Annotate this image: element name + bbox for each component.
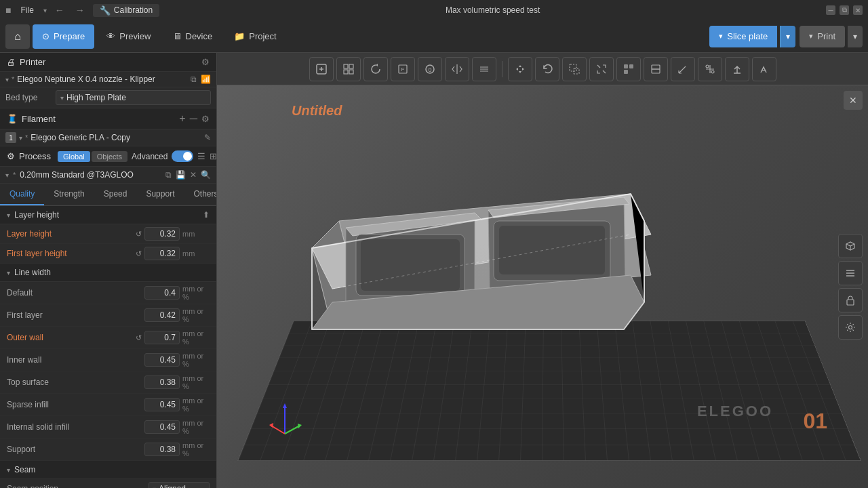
profile-expand-icon[interactable]: ▾ [5, 171, 9, 179]
outer-wall-lw-unit: mm or % [182, 329, 210, 346]
svg-rect-2 [349, 64, 353, 68]
printer-wifi-icon[interactable]: 📶 [201, 75, 211, 84]
print-arrow-button[interactable]: ▾ [848, 26, 863, 47]
bed-type-select[interactable]: ▾ High Temp Plate [56, 90, 211, 105]
tool-flat[interactable] [472, 57, 496, 81]
top-surface-lw-wrap: mm or % [144, 374, 210, 390]
filament-edit-icon[interactable]: ✎ [204, 133, 211, 142]
back-button[interactable]: ← [52, 3, 67, 17]
tab-quality[interactable]: Quality [0, 184, 44, 205]
filament-remove-icon[interactable]: ─ [190, 113, 197, 125]
tool-grid[interactable] [336, 57, 361, 81]
tool-move[interactable] [508, 57, 532, 81]
profile-search-icon[interactable]: 🔍 [201, 170, 211, 180]
maximize-button[interactable]: ⧉ [840, 5, 849, 15]
prepare-tab[interactable]: ⊙ Prepare [33, 24, 94, 49]
tool-arrange[interactable] [616, 57, 641, 81]
support-lw-input[interactable] [144, 443, 180, 456]
minimize-button[interactable]: ─ [826, 5, 835, 15]
slice-arrow-button[interactable]: ▾ [780, 26, 795, 47]
outer-wall-lw-reset-icon[interactable]: ↺ [136, 333, 142, 342]
project-tab[interactable]: 📁 Project [224, 24, 285, 49]
calibration-button[interactable]: 🔧 Calibration [93, 4, 159, 17]
side-tool-layers[interactable] [838, 261, 863, 285]
tool-cut[interactable] [698, 57, 722, 81]
quality-tabs-bar: Quality Strength Speed Support Others [0, 184, 216, 206]
side-tool-lock[interactable] [838, 288, 863, 312]
preview-tab[interactable]: 👁 Preview [97, 24, 160, 49]
layer-height-group-header[interactable]: ▾ Layer height ⬆ [0, 206, 216, 224]
device-tab[interactable]: 🖥 Device [163, 24, 222, 49]
tool-slice-plane[interactable] [644, 57, 668, 81]
side-tool-settings[interactable] [838, 315, 863, 340]
settings-scroll-area[interactable]: ▾ Layer height ⬆ Layer height ↺ mm First… [0, 206, 216, 488]
process-global-tab[interactable]: Global [58, 151, 90, 162]
home-button[interactable]: ⌂ [5, 24, 30, 49]
tool-measure[interactable] [671, 57, 695, 81]
inner-wall-lw-row: Inner wall mm or % [0, 349, 216, 371]
first-layer-height-input[interactable] [144, 247, 180, 260]
layer-height-reset-icon[interactable]: ↺ [136, 230, 142, 239]
printer-expand-icon[interactable]: ▾ [5, 76, 9, 83]
tab-others[interactable]: Others [184, 184, 217, 205]
tool-support[interactable] [725, 57, 749, 81]
process-objects-tab[interactable]: Objects [92, 151, 127, 162]
tab-speed[interactable]: Speed [94, 184, 137, 205]
tab-support[interactable]: Support [136, 184, 184, 205]
side-tool-cube[interactable] [838, 234, 863, 258]
svg-point-16 [706, 65, 709, 68]
printer-link-icon[interactable]: ⧉ [191, 75, 197, 84]
filament-expand-icon[interactable]: ▾ [19, 134, 22, 142]
top-surface-lw-input[interactable] [144, 375, 180, 389]
tool-mirror[interactable] [445, 57, 469, 81]
seam-group-header[interactable]: ▾ Seam [0, 461, 216, 479]
profile-copy-icon[interactable]: ⧉ [165, 170, 172, 180]
tool-select[interactable] [562, 57, 587, 81]
project-label: Project [249, 31, 276, 41]
svg-marker-23 [283, 403, 287, 408]
toolbar-separator-1 [502, 61, 502, 77]
internal-solid-lw-label: Internal solid infill [7, 422, 144, 432]
profile-save-icon[interactable]: 💾 [176, 170, 186, 180]
inner-wall-lw-input[interactable] [144, 353, 180, 367]
filament-name-label: Elegoo Generic PLA - Copy [31, 133, 201, 142]
tool-orient[interactable] [309, 57, 334, 81]
sparse-infill-lw-wrap: mm or % [144, 396, 210, 413]
tab-strength[interactable]: Strength [44, 184, 94, 205]
process-list-icon[interactable]: ☰ [197, 151, 205, 161]
seam-position-select[interactable]: ▾ Aligned [149, 482, 210, 488]
advanced-toggle[interactable] [172, 150, 193, 162]
default-lw-input[interactable] [144, 286, 180, 300]
close-button[interactable]: ✕ [853, 5, 863, 15]
line-width-group-header[interactable]: ▾ Line width [0, 264, 216, 282]
tool-scale[interactable] [589, 57, 614, 81]
profile-clear-icon[interactable]: ✕ [190, 170, 197, 180]
slice-button[interactable]: ▾ Slice plate [709, 26, 777, 47]
print-button[interactable]: ▾ Print [800, 26, 845, 47]
sparse-infill-lw-input[interactable] [144, 398, 180, 411]
tool-sla[interactable] [752, 57, 776, 81]
viewport-close-button[interactable]: ✕ [844, 91, 863, 110]
internal-solid-lw-input[interactable] [144, 420, 180, 434]
process-advanced-area: Advanced [132, 150, 193, 162]
tool-front[interactable]: F [391, 57, 415, 81]
support-lw-unit: mm or % [182, 441, 210, 458]
first-layer-height-reset-icon[interactable]: ↺ [136, 249, 142, 258]
first-layer-lw-input[interactable] [144, 308, 180, 322]
tool-zero[interactable]: 0 [418, 57, 442, 81]
file-menu[interactable]: File [16, 4, 37, 16]
forward-button[interactable]: → [73, 3, 87, 17]
filament-gear-icon[interactable]: ⚙ [201, 114, 210, 124]
process-tabs: Global Objects [58, 151, 127, 162]
process-tune-icon[interactable]: ⊞ [210, 151, 217, 161]
filament-add-icon[interactable]: + [179, 113, 185, 125]
tool-rotate[interactable] [363, 57, 388, 81]
viewport[interactable]: Untitled ELEGOO 01 ✕ [217, 85, 868, 488]
default-lw-unit: mm or % [182, 285, 210, 301]
printer-gear-icon[interactable]: ⚙ [201, 57, 210, 67]
tool-undo[interactable] [535, 57, 559, 81]
layer-height-scroll-icon[interactable]: ⬆ [203, 210, 210, 220]
inner-wall-lw-wrap: mm or % [144, 352, 210, 368]
outer-wall-lw-input[interactable] [144, 331, 180, 344]
layer-height-input[interactable] [144, 227, 180, 241]
